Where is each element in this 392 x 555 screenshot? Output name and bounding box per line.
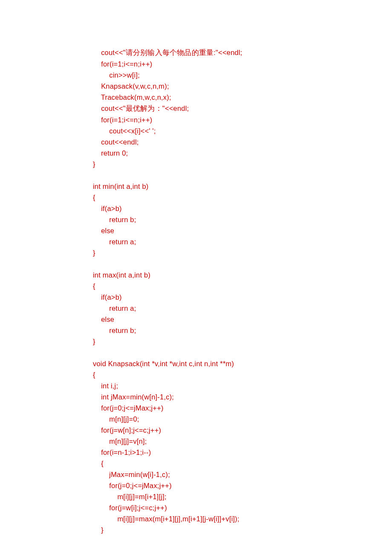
code-line: { — [93, 192, 392, 203]
code-line: cin>>w[i]; — [93, 69, 392, 81]
code-line: return 0; — [93, 147, 392, 159]
code-line: Knapsack(v,w,c,n,m); — [93, 81, 392, 92]
code-line: { — [93, 458, 392, 469]
code-line: if(a>b) — [93, 292, 392, 303]
code-line: cout<<"请分别输入每个物品的重量:"<<endl; — [93, 47, 392, 58]
code-line: return a; — [93, 236, 392, 247]
code-line: void Knapsack(int *v,int *w,int c,int n,… — [93, 358, 392, 369]
code-line: return b; — [93, 214, 392, 225]
code-line: else — [93, 314, 392, 325]
code-line: { — [93, 280, 392, 292]
code-line: for(i=1;i<=n;i++) — [93, 58, 392, 69]
code-line: m[i][j]=m[i+1][j]; — [93, 491, 392, 502]
code-page: cout<<"请分别输入每个物品的重量:"<<endl; for(i=1;i<=… — [0, 0, 392, 555]
code-line: for(j=w[i];j<=c;j++) — [93, 502, 392, 513]
code-line: else — [93, 225, 392, 236]
code-line: { — [93, 369, 392, 380]
code-line — [93, 170, 392, 181]
code-block: cout<<"请分别输入每个物品的重量:"<<endl; for(i=1;i<=… — [93, 47, 392, 535]
code-line — [93, 347, 392, 358]
code-line: m[n][j]=0; — [93, 413, 392, 425]
code-line: return b; — [93, 325, 392, 336]
code-line: } — [93, 336, 392, 347]
code-line: cout<<endl; — [93, 136, 392, 147]
code-line: int i,j; — [93, 380, 392, 391]
code-line: cout<<"最优解为："<<endl; — [93, 103, 392, 114]
code-line: return a; — [93, 303, 392, 314]
code-line — [93, 258, 392, 269]
code-line: Traceback(m,w,c,n,x); — [93, 92, 392, 103]
code-line: for(j=w[n];j<=c;j++) — [93, 425, 392, 436]
code-line: for(j=0;j<=jMax;j++) — [93, 402, 392, 413]
code-line: cout<<x[i]<<' '; — [93, 125, 392, 136]
code-line: int min(int a,int b) — [93, 181, 392, 192]
code-line: } — [93, 159, 392, 170]
code-line: } — [93, 247, 392, 258]
code-line: if(a>b) — [93, 203, 392, 214]
code-line: for(i=n-1;i>1;i--) — [93, 447, 392, 458]
code-line: m[i][j]=max(m[i+1][j],m[i+1][j-w[i]]+v[i… — [93, 513, 392, 524]
code-line: for(i=1;i<=n;i++) — [93, 114, 392, 125]
code-line: int jMax=min(w[n]-1,c); — [93, 391, 392, 402]
code-line: jMax=min(w[i]-1,c); — [93, 469, 392, 480]
code-line: int max(int a,int b) — [93, 269, 392, 280]
code-line: for(j=0;j<=jMax;j++) — [93, 480, 392, 491]
code-line: m[n][j]=v[n]; — [93, 436, 392, 447]
code-line: } — [93, 524, 392, 535]
